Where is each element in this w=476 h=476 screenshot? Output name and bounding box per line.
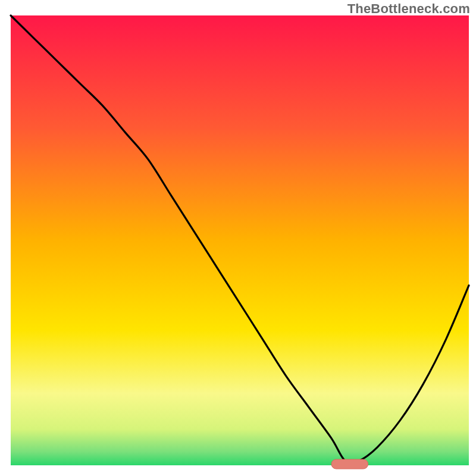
bottleneck-chart <box>0 0 476 476</box>
optimal-zone-marker <box>331 459 368 469</box>
watermark-text: TheBottleneck.com <box>347 1 470 17</box>
chart-container: TheBottleneck.com <box>0 0 476 476</box>
